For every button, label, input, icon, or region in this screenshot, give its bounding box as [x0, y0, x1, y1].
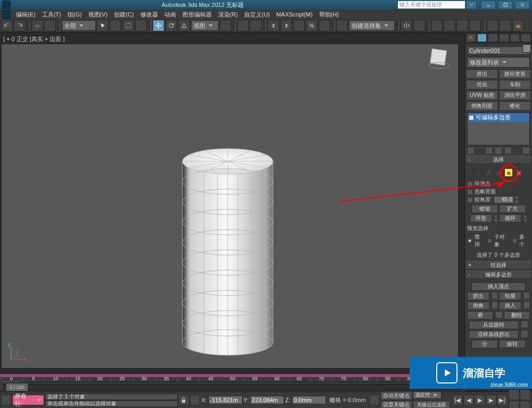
subobj-edge[interactable]: ╱	[484, 168, 493, 177]
set-key-button[interactable]: 设置关键点	[380, 401, 412, 409]
named-selection-combo[interactable]: 创建选择集	[349, 20, 395, 31]
menu-maxscript[interactable]: MAXScript(M)	[273, 10, 315, 19]
modifier-list-combo[interactable]: 修改器列表	[467, 57, 530, 68]
link-button[interactable]	[31, 20, 43, 31]
zoom-button[interactable]	[520, 389, 530, 400]
coord-x[interactable]: -115.821m	[209, 396, 243, 404]
mod-btn-pathdeform[interactable]: 路径变形	[499, 69, 531, 79]
btn-bevel[interactable]: 倒角	[467, 301, 489, 310]
menu-edit[interactable]: 编辑(E)	[13, 10, 39, 19]
keyboard-shortcut-override-button[interactable]	[250, 20, 262, 31]
rad-multi[interactable]	[512, 238, 518, 243]
viewcube[interactable]	[428, 48, 448, 69]
bevel-settings[interactable]	[492, 301, 498, 309]
make-unique-button[interactable]	[495, 147, 502, 154]
display-tab[interactable]	[510, 34, 520, 42]
ring-spinner[interactable]	[493, 214, 498, 223]
abs-rel-toggle[interactable]	[190, 395, 200, 405]
rollout-selection-header[interactable]: 选择	[466, 156, 531, 164]
pivot-button[interactable]	[220, 20, 231, 31]
loop-spinner[interactable]	[522, 214, 527, 223]
prev-frame-button[interactable]: ◀	[463, 395, 474, 405]
schematic-view-button[interactable]	[456, 20, 468, 31]
btn-bridge[interactable]: 桥	[467, 311, 493, 320]
subobj-polygon[interactable]: ■	[504, 168, 513, 177]
btn-inset[interactable]: 插入	[499, 301, 521, 310]
btn-ring[interactable]: 环形	[470, 214, 492, 223]
snap-3d-button[interactable]: 3	[280, 20, 292, 31]
btn-hinge[interactable]: 从边旋转	[469, 321, 519, 329]
btn-loop[interactable]: 循环	[499, 214, 521, 223]
time-slider[interactable]: 0 / 100	[3, 384, 462, 390]
curve-editor-button[interactable]	[444, 20, 455, 31]
selection-filter-combo[interactable]: 全部	[62, 20, 96, 31]
sel-lock-combo[interactable]: 选定对	[413, 391, 442, 399]
menu-customize[interactable]: 自定义(U)	[241, 10, 273, 19]
chk-ignore-backfacing[interactable]	[467, 189, 473, 195]
goto-end-button[interactable]: ▶|	[497, 395, 508, 405]
app-menu-icon[interactable]	[2, 10, 11, 19]
utilities-tab[interactable]	[521, 34, 531, 42]
motion-tab[interactable]	[499, 34, 509, 42]
maxscript-listener-toggle[interactable]	[1, 395, 11, 405]
orbit-button[interactable]	[509, 401, 519, 409]
subobj-vertex[interactable]: ∴	[474, 168, 483, 177]
btn-retri[interactable]: 旋转	[499, 340, 526, 348]
max-toggle-button[interactable]	[520, 401, 530, 409]
help-dropdown[interactable]	[466, 1, 477, 9]
hinge-settings[interactable]	[521, 321, 528, 328]
angle-spinner[interactable]: 45.0	[494, 196, 519, 203]
align-button[interactable]	[413, 20, 425, 31]
btn-flip[interactable]: 翻转	[504, 311, 530, 320]
chk-by-vertex[interactable]	[467, 181, 473, 187]
menu-rendering[interactable]: 渲染(R)	[215, 10, 241, 19]
auto-key-button[interactable]: 自动关键点	[380, 391, 412, 400]
pan-view-button[interactable]	[509, 389, 519, 400]
render-production-button[interactable]	[512, 20, 524, 31]
percent-snap-button[interactable]: %	[306, 20, 318, 31]
menu-modifiers[interactable]: 修改器	[137, 10, 161, 19]
btn-extrude[interactable]: 挤出	[467, 292, 489, 300]
menu-animation[interactable]: 动画	[161, 10, 179, 19]
viewport-label[interactable]: [ + 0 正交 ]真实 + 边面 ]	[3, 35, 65, 43]
modify-tab[interactable]	[477, 34, 487, 42]
ext-spline-settings[interactable]	[521, 330, 528, 338]
menu-views[interactable]: 视图(V)	[85, 10, 111, 19]
object-name-field[interactable]: Cylinder001	[467, 46, 530, 55]
rendered-frame-button[interactable]	[500, 20, 511, 31]
lock-selection-button[interactable]	[179, 395, 189, 405]
subobj-border[interactable]: ◇	[494, 168, 503, 177]
show-end-result-button[interactable]	[485, 147, 493, 154]
menu-tools[interactable]: 工具(T)	[39, 10, 64, 19]
select-by-name-button[interactable]	[110, 20, 121, 31]
mod-btn-optimize[interactable]: 优化	[466, 80, 498, 89]
edit-named-sel-button[interactable]	[336, 20, 348, 31]
coord-y[interactable]: 223.084m	[250, 396, 284, 404]
minimize-button[interactable]	[481, 1, 496, 9]
viewport[interactable]: y x z	[1, 44, 459, 369]
trackbar-ruler[interactable]: 0510152025303540455055606570758085909510…	[0, 373, 465, 381]
select-move-button[interactable]	[153, 20, 164, 31]
mod-btn-uvwmap[interactable]: UVW 贴图	[466, 91, 498, 100]
undo-button[interactable]	[1, 20, 13, 31]
search-input[interactable]: 键入关键字或短语	[398, 1, 465, 9]
layer-manager-button[interactable]	[431, 20, 443, 31]
btn-edit-tri[interactable]: 分	[471, 340, 498, 348]
menu-graph-editors[interactable]: 图形编辑器	[179, 10, 215, 19]
extrude-settings[interactable]	[492, 292, 498, 299]
select-rotate-button[interactable]	[165, 20, 177, 31]
subobj-element[interactable]: ▣	[514, 168, 523, 177]
window-crossing-button[interactable]	[135, 20, 147, 31]
menu-create[interactable]: 创建(C)	[111, 10, 137, 19]
inset-settings[interactable]	[523, 301, 530, 309]
rad-subobj[interactable]	[487, 238, 493, 243]
render-setup-button[interactable]	[487, 20, 498, 31]
select-manipulate-button[interactable]	[237, 20, 249, 31]
menu-group[interactable]: 组(G)	[64, 10, 85, 19]
outline-settings[interactable]	[523, 292, 530, 299]
btn-ext-along-spline[interactable]: 沿样条线挤出	[469, 330, 519, 339]
spinner-snap-button[interactable]	[319, 20, 330, 31]
configure-modifier-sets-button[interactable]	[522, 147, 530, 154]
mirror-button[interactable]	[401, 20, 412, 31]
angle-snap-button[interactable]	[293, 20, 305, 31]
